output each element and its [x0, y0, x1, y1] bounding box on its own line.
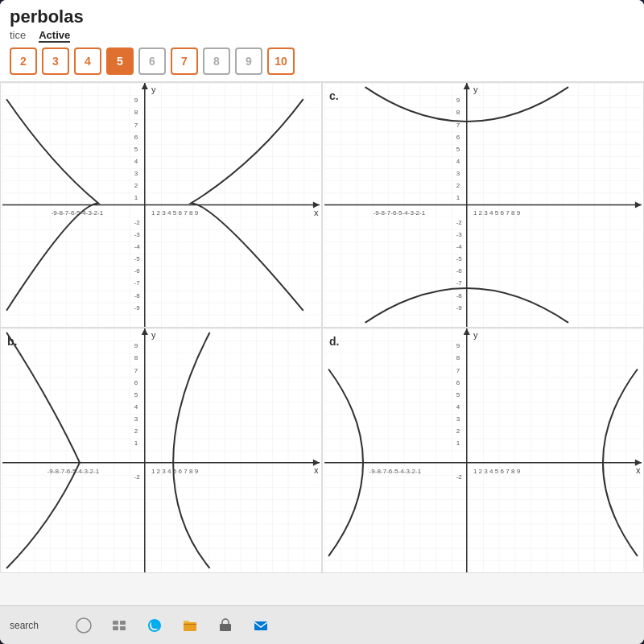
top-bar: perbolas tice Active 2 3 4 5 6 7 8 9 10 — [0, 0, 644, 82]
svg-text:-8: -8 — [456, 292, 463, 299]
svg-rect-96 — [220, 624, 231, 631]
svg-text:-8: -8 — [134, 292, 141, 299]
graph-d-svg: y x 9 8 7 6 5 4 3 2 1 -2 -9-8-7-6-5-4-3-… — [323, 328, 643, 572]
svg-text:6: 6 — [134, 379, 138, 386]
svg-text:1 2 3 4 5 6 7 8 9: 1 2 3 4 5 6 7 8 9 — [473, 209, 521, 217]
svg-text:y: y — [473, 330, 478, 340]
question-tabs: 2 3 4 5 6 7 8 9 10 — [10, 47, 634, 75]
svg-text:1: 1 — [456, 194, 460, 201]
svg-text:1 2 3 4 5 6 7 8 9: 1 2 3 4 5 6 7 8 9 — [151, 209, 199, 217]
svg-text:9: 9 — [134, 342, 138, 349]
svg-text:3: 3 — [134, 415, 138, 423]
graph-b: b. y x 9 8 7 6 5 4 — [0, 328, 322, 573]
svg-text:3: 3 — [134, 170, 138, 177]
q-tab-7[interactable]: 7 — [171, 47, 198, 75]
svg-text:7: 7 — [134, 367, 138, 374]
graph-b-svg: y x 9 8 7 6 5 4 3 2 1 -2 -9-8-7-6-5-4-3-… — [1, 328, 321, 572]
svg-text:y: y — [151, 85, 156, 94]
taskview-icon[interactable] — [109, 616, 129, 635]
svg-text:7: 7 — [134, 122, 138, 129]
graph-c-label: c. — [329, 89, 339, 102]
svg-text:1: 1 — [134, 440, 138, 447]
svg-text:-2: -2 — [456, 473, 463, 481]
svg-text:4: 4 — [456, 403, 460, 411]
graph-c: c. y 9 8 7 6 5 4 3 — [322, 82, 644, 328]
svg-text:-7: -7 — [134, 279, 141, 287]
taskbar-icons — [74, 616, 270, 635]
svg-text:-3: -3 — [134, 231, 141, 238]
svg-rect-94 — [184, 622, 196, 631]
q-tab-8[interactable]: 8 — [203, 47, 230, 75]
svg-text:2: 2 — [134, 182, 138, 189]
svg-text:1 2 3 4 5 6 7 8 9: 1 2 3 4 5 6 7 8 9 — [151, 468, 199, 475]
svg-text:-2: -2 — [134, 473, 141, 481]
svg-text:x: x — [636, 465, 641, 475]
svg-text:3: 3 — [456, 415, 460, 423]
svg-text:8: 8 — [134, 109, 138, 116]
svg-text:-2: -2 — [134, 219, 141, 226]
q-tab-3[interactable]: 3 — [42, 47, 69, 75]
page-title: perbolas — [10, 6, 634, 27]
file-explorer-icon[interactable] — [180, 616, 200, 635]
svg-text:4: 4 — [456, 158, 460, 165]
tab-active[interactable]: Active — [39, 29, 70, 43]
q-tab-6[interactable]: 6 — [138, 47, 166, 75]
q-tab-4[interactable]: 4 — [74, 47, 101, 75]
svg-text:x: x — [314, 208, 319, 217]
windows-icon[interactable] — [74, 616, 93, 635]
tab-practice[interactable]: tice — [10, 29, 26, 43]
svg-rect-70 — [324, 328, 642, 572]
mail-icon[interactable] — [251, 616, 270, 635]
taskbar: search — [0, 605, 644, 644]
graph-b-label: b. — [7, 335, 17, 348]
svg-text:-2: -2 — [456, 219, 463, 226]
svg-text:2: 2 — [456, 427, 460, 435]
svg-text:-9: -9 — [456, 304, 463, 312]
svg-text:-4: -4 — [134, 243, 141, 250]
taskbar-search[interactable]: search — [10, 620, 39, 631]
svg-text:1: 1 — [456, 440, 460, 447]
svg-text:-7: -7 — [456, 279, 463, 287]
svg-text:2: 2 — [456, 182, 460, 189]
svg-text:x: x — [314, 465, 319, 475]
svg-rect-51 — [2, 328, 320, 572]
q-tab-9[interactable]: 9 — [235, 47, 262, 75]
svg-text:1: 1 — [134, 194, 138, 201]
svg-text:-5: -5 — [456, 255, 463, 262]
svg-rect-90 — [113, 621, 118, 625]
svg-text:-6: -6 — [456, 267, 463, 275]
graph-a-svg: y x 9 8 7 6 5 4 3 2 1 -2 -3 -4 -5 -6 -7 … — [1, 83, 321, 327]
svg-text:y: y — [473, 85, 478, 94]
svg-text:8: 8 — [456, 109, 460, 116]
graph-d: d. y x 9 8 7 6 5 4 — [322, 328, 644, 573]
svg-text:9: 9 — [456, 97, 460, 104]
svg-text:-5: -5 — [134, 255, 141, 262]
svg-point-89 — [76, 618, 91, 633]
store-icon[interactable] — [216, 616, 235, 635]
edge-icon[interactable] — [145, 616, 164, 635]
svg-rect-97 — [254, 621, 267, 630]
svg-text:5: 5 — [134, 391, 138, 398]
svg-text:2: 2 — [134, 427, 138, 435]
svg-rect-92 — [113, 626, 118, 630]
svg-text:-9: -9 — [134, 304, 141, 312]
q-tab-5[interactable]: 5 — [106, 47, 134, 75]
screen: perbolas tice Active 2 3 4 5 6 7 8 9 10 — [0, 0, 644, 644]
svg-text:-4: -4 — [456, 243, 463, 250]
svg-text:9: 9 — [134, 97, 138, 104]
graphs-area: y x 9 8 7 6 5 4 3 2 1 -2 -3 -4 -5 -6 -7 … — [0, 82, 644, 573]
svg-text:6: 6 — [456, 379, 460, 386]
graph-c-svg: y 9 8 7 6 5 4 3 2 1 -2 -3 -4 -5 -6 -7 -8… — [323, 83, 643, 327]
svg-text:8: 8 — [456, 354, 460, 361]
svg-text:5: 5 — [456, 146, 460, 153]
graph-a: y x 9 8 7 6 5 4 3 2 1 -2 -3 -4 -5 -6 -7 … — [0, 82, 322, 328]
svg-text:4: 4 — [134, 403, 138, 411]
q-tab-10[interactable]: 10 — [267, 47, 295, 75]
svg-text:-9-8-7-6-5-4-3-2-1: -9-8-7-6-5-4-3-2-1 — [369, 468, 422, 475]
q-tab-2[interactable]: 2 — [10, 47, 37, 75]
svg-text:-6: -6 — [134, 267, 141, 275]
svg-text:6: 6 — [134, 134, 138, 141]
svg-text:4: 4 — [134, 158, 138, 165]
svg-text:8: 8 — [134, 354, 138, 361]
svg-rect-95 — [184, 621, 189, 623]
